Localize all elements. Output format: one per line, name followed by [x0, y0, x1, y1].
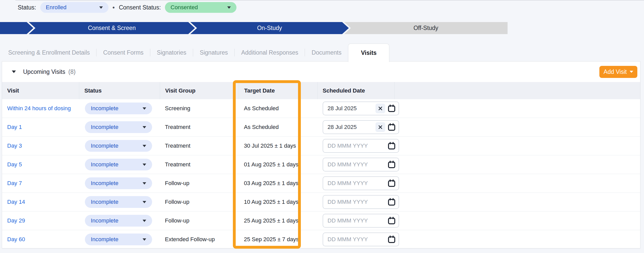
- scheduled-date-field: [323, 232, 399, 246]
- visits-panel: Upcoming Visits (8) Add Visit Visit Stat…: [2, 61, 640, 248]
- consent-status-value: Consented: [171, 4, 198, 11]
- header-target-date: Target Date: [239, 82, 317, 99]
- visit-link[interactable]: Day 7: [7, 180, 22, 187]
- visit-group-cell: Screening: [160, 105, 239, 112]
- target-date-cell: 25 Aug 2025 ± 1 days: [239, 217, 317, 224]
- calendar-icon: [387, 235, 396, 244]
- close-icon: [378, 106, 383, 111]
- scheduled-date-input[interactable]: [323, 161, 387, 168]
- header-visit-group: Visit Group: [160, 82, 239, 99]
- chevron-down-icon: [143, 182, 146, 185]
- target-date-cell: 10 Aug 2025 ± 1 days: [239, 199, 317, 205]
- header-scheduled-date: Scheduled Date: [317, 82, 394, 99]
- scheduled-date-input[interactable]: [323, 217, 387, 224]
- table-row: Day 3 Incomplete Treatment 30 Jul 2025 ±…: [2, 137, 640, 155]
- visit-count-badge: (8): [68, 68, 75, 75]
- status-value: Incomplete: [91, 105, 118, 112]
- status-dropdown[interactable]: Incomplete: [85, 159, 152, 170]
- visit-group-cell: Extended Follow-up: [160, 236, 239, 243]
- target-date-cell: As Scheduled: [239, 105, 317, 112]
- scheduled-date-input[interactable]: [323, 236, 387, 243]
- status-value: Incomplete: [91, 124, 118, 130]
- visit-group-cell: Treatment: [160, 143, 239, 149]
- add-visit-button[interactable]: Add Visit: [599, 66, 637, 78]
- table-row: Day 7 Incomplete Follow-up 03 Aug 2025 ±…: [2, 174, 640, 193]
- calendar-button[interactable]: [387, 103, 397, 114]
- top-divider: [15, 0, 644, 1]
- chevron-down-icon: [143, 164, 146, 166]
- status-dropdown[interactable]: Incomplete: [85, 234, 152, 245]
- collapse-caret-icon[interactable]: [12, 70, 16, 73]
- clear-date-button[interactable]: [375, 122, 385, 132]
- visit-group-cell: Follow-up: [160, 180, 239, 187]
- status-dropdown[interactable]: Enrolled: [40, 2, 108, 13]
- tab-visits[interactable]: Visits: [348, 44, 389, 62]
- chevron-down-icon: [143, 145, 146, 147]
- add-visit-label: Add Visit: [603, 68, 627, 75]
- status-value: Incomplete: [91, 199, 118, 205]
- status-label: Status:: [18, 4, 36, 11]
- scheduled-date-field: [323, 102, 399, 115]
- scheduled-date-input[interactable]: [323, 142, 387, 149]
- visit-link[interactable]: Day 5: [7, 161, 22, 168]
- calendar-icon: [387, 123, 396, 131]
- target-date-cell: 30 Jul 2025 ± 1 days: [239, 143, 317, 149]
- status-dropdown[interactable]: Incomplete: [85, 215, 152, 227]
- calendar-button[interactable]: [387, 216, 397, 226]
- header-status: Status: [79, 82, 160, 99]
- scheduled-date-field: [323, 176, 399, 190]
- calendar-button[interactable]: [387, 234, 397, 245]
- tab-consent-forms[interactable]: Consent Forms: [96, 44, 150, 62]
- visit-link[interactable]: Day 3: [7, 143, 22, 149]
- scheduled-date-input[interactable]: [323, 124, 375, 131]
- target-date-cell: As Scheduled: [239, 124, 317, 130]
- calendar-button[interactable]: [387, 197, 397, 207]
- calendar-button[interactable]: [387, 159, 397, 170]
- table-row: Day 60 Incomplete Extended Follow-up 25 …: [2, 230, 640, 249]
- visit-link[interactable]: Day 29: [7, 217, 25, 224]
- table-row: Day 14 Incomplete Follow-up 10 Aug 2025 …: [2, 193, 640, 211]
- status-dropdown[interactable]: Incomplete: [85, 140, 152, 152]
- tab-additional-responses[interactable]: Additional Responses: [235, 44, 305, 62]
- visit-group-cell: Treatment: [160, 124, 239, 130]
- calendar-button[interactable]: [387, 122, 397, 132]
- status-value: Incomplete: [91, 217, 118, 224]
- chevron-down-icon: [99, 6, 103, 9]
- status-dropdown[interactable]: Incomplete: [85, 196, 152, 208]
- scheduled-date-field: [323, 120, 399, 134]
- tab-signatories[interactable]: Signatories: [150, 44, 193, 62]
- clear-date-button[interactable]: [375, 104, 385, 113]
- chevron-down-icon: [143, 201, 146, 203]
- tab-screening-enrollment-details[interactable]: Screening & Enrollment Details: [2, 44, 96, 62]
- status-dropdown[interactable]: Incomplete: [85, 121, 152, 133]
- visit-link[interactable]: Within 24 hours of dosing: [7, 105, 71, 112]
- stage-start: [0, 22, 33, 34]
- scheduled-date-field: [323, 195, 399, 209]
- consent-status-dropdown[interactable]: Consented: [165, 2, 236, 13]
- chevron-down-icon: [143, 220, 146, 222]
- status-value: Enrolled: [46, 4, 67, 11]
- visit-link[interactable]: Day 60: [7, 236, 25, 243]
- stage-consent-screen: Consent & Screen: [29, 22, 195, 34]
- bullet-separator: •: [113, 4, 115, 11]
- scheduled-date-input[interactable]: [323, 105, 375, 112]
- calendar-button[interactable]: [387, 178, 397, 188]
- calendar-button[interactable]: [387, 141, 397, 151]
- status-value: Incomplete: [91, 180, 118, 187]
- visit-link[interactable]: Day 14: [7, 199, 25, 205]
- scheduled-date-input[interactable]: [323, 198, 387, 206]
- visit-link[interactable]: Day 1: [7, 124, 22, 130]
- calendar-icon: [387, 198, 396, 206]
- visit-group-cell: Treatment: [160, 161, 239, 168]
- upcoming-visits-header: Upcoming Visits (8) Add Visit: [2, 62, 640, 82]
- status-dropdown[interactable]: Incomplete: [85, 103, 152, 114]
- target-date-cell: 03 Aug 2025 ± 1 days: [239, 180, 317, 187]
- chevron-down-icon: [143, 107, 146, 110]
- tab-signatures[interactable]: Signatures: [193, 44, 235, 62]
- scheduled-date-input[interactable]: [323, 180, 387, 187]
- tab-documents[interactable]: Documents: [305, 44, 348, 62]
- status-dropdown[interactable]: Incomplete: [85, 177, 152, 189]
- chevron-down-icon: [143, 238, 146, 241]
- scheduled-date-field: [323, 139, 399, 153]
- table-header-row: Visit Status Visit Group Target Date Sch…: [2, 82, 640, 99]
